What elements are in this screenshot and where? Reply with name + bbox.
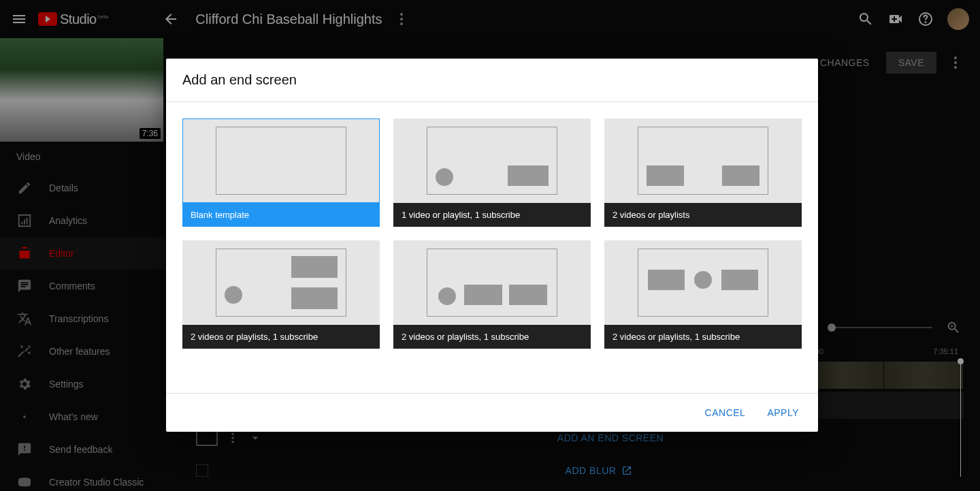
template-label: 1 video or playlist, 1 subscribe: [393, 203, 591, 227]
template-label: 2 videos or playlists: [604, 203, 802, 227]
apply-button[interactable]: APPLY: [764, 403, 802, 422]
template-label: 2 videos or playlists, 1 subscribe: [182, 325, 380, 349]
template-2videos-1sub-b[interactable]: 2 videos or playlists, 1 subscribe: [393, 240, 591, 349]
template-label: Blank template: [182, 203, 380, 227]
cancel-button[interactable]: CANCEL: [702, 403, 749, 422]
modal-title: Add an end screen: [166, 59, 818, 102]
template-2videos[interactable]: 2 videos or playlists: [604, 118, 802, 227]
modal-footer: CANCEL APPLY: [166, 393, 818, 432]
template-2videos-1sub-a[interactable]: 2 videos or playlists, 1 subscribe: [182, 240, 380, 349]
template-grid: Blank template 1 video or playlist, 1 su…: [182, 118, 802, 349]
template-blank[interactable]: Blank template: [182, 118, 380, 227]
template-2videos-1sub-c[interactable]: 2 videos or playlists, 1 subscribe: [604, 240, 802, 349]
end-screen-modal: Add an end screen Blank template 1 video…: [166, 59, 818, 432]
template-label: 2 videos or playlists, 1 subscribe: [604, 325, 802, 349]
template-label: 2 videos or playlists, 1 subscribe: [393, 325, 591, 349]
template-1video-1sub[interactable]: 1 video or playlist, 1 subscribe: [393, 118, 591, 227]
